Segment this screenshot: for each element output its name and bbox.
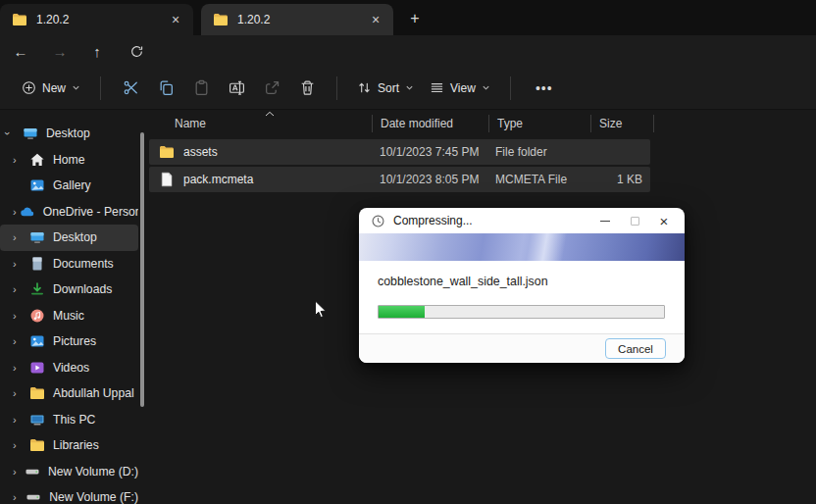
gallery-icon — [29, 177, 45, 193]
sidebar-item-user-folder[interactable]: › Abdullah Uppal — [0, 380, 138, 407]
chevron-right-icon[interactable]: › — [13, 414, 26, 426]
new-button-label: New — [42, 81, 66, 95]
sidebar-item-label: Libraries — [53, 438, 99, 452]
file-size: 1 KB — [588, 173, 650, 186]
drive-icon — [26, 489, 41, 504]
sidebar-item-label: This PC — [53, 413, 95, 427]
delete-button[interactable] — [289, 73, 325, 104]
mouse-cursor — [314, 300, 328, 320]
progress-bar — [378, 305, 665, 319]
close-button[interactable]: × — [649, 210, 679, 231]
forward-button[interactable]: → — [47, 39, 73, 63]
column-header-date-modified[interactable]: Date modified — [373, 117, 488, 130]
more-options-icon[interactable]: ••• — [529, 73, 560, 104]
view-button[interactable]: View — [422, 75, 498, 101]
sidebar-item-onedrive[interactable]: › OneDrive - Personal — [0, 199, 138, 226]
sidebar-scrollbar[interactable] — [140, 132, 144, 407]
sidebar-item-desktop-root[interactable]: › Desktop — [0, 121, 138, 147]
paste-icon — [193, 79, 210, 96]
up-button[interactable]: ↑ — [84, 39, 110, 63]
chevron-right-icon[interactable]: › — [13, 466, 22, 478]
compressing-dialog: Compressing... × cobblestone_wall_side_t… — [359, 208, 685, 363]
chevron-down-icon — [72, 83, 80, 92]
sidebar-item-documents[interactable]: › Documents — [0, 251, 138, 277]
close-icon[interactable]: × — [164, 9, 187, 30]
sidebar-item-new-volume-d[interactable]: › New Volume (D:) — [0, 459, 138, 485]
sidebar-item-pictures[interactable]: › Pictures — [0, 328, 138, 355]
share-button[interactable] — [254, 73, 289, 104]
column-header-type[interactable]: Type — [489, 117, 590, 130]
maximize-button[interactable] — [620, 210, 649, 231]
tab-1-20-2-inactive[interactable]: 1.20.2 × — [0, 4, 193, 35]
compressing-filename: cobblestone_wall_side_tall.json — [378, 275, 548, 288]
pc-icon — [29, 412, 45, 428]
sidebar-item-gallery[interactable]: Gallery — [0, 173, 138, 199]
file-explorer-window: { "tabs": [ { "label": "1.20.2", "icon":… — [0, 0, 816, 504]
copy-icon — [158, 79, 175, 96]
chevron-down-icon — [482, 83, 490, 92]
file-row-assets[interactable]: assets 10/1/2023 7:45 PM File folder — [149, 139, 650, 165]
minimize-icon — [600, 221, 610, 222]
chevron-right-icon[interactable]: › — [13, 439, 26, 451]
sidebar-item-desktop[interactable]: › Desktop — [0, 225, 138, 251]
rename-button[interactable] — [219, 73, 254, 104]
dialog-banner — [359, 233, 685, 261]
file-type: File folder — [487, 145, 588, 159]
tab-1-20-2-active[interactable]: 1.20.2 × — [201, 4, 393, 35]
chevron-right-icon[interactable]: › — [13, 206, 17, 218]
cancel-button[interactable]: Cancel — [605, 338, 666, 359]
column-divider[interactable] — [653, 115, 654, 132]
column-header-size[interactable]: Size — [591, 117, 653, 130]
file-row-pack-mcmeta[interactable]: pack.mcmeta 10/1/2023 8:05 PM MCMETA Fil… — [149, 167, 650, 192]
sidebar-item-new-volume-f[interactable]: › New Volume (F:) — [0, 484, 138, 504]
sidebar-item-libraries[interactable]: › Libraries — [0, 432, 138, 459]
command-toolbar: New Sort View ••• — [0, 67, 816, 110]
close-icon: × — [660, 214, 669, 228]
cut-icon — [123, 79, 139, 96]
chevron-down-icon — [405, 83, 414, 92]
view-button-label: View — [450, 81, 476, 95]
tab-label: 1.20.2 — [36, 13, 164, 26]
sort-button[interactable]: Sort — [349, 75, 422, 101]
sidebar-item-this-pc[interactable]: › This PC — [0, 407, 138, 433]
sidebar-item-videos[interactable]: › Videos — [0, 355, 138, 381]
dialog-title-bar[interactable]: Compressing... × — [359, 208, 685, 233]
tab-strip: 1.20.2 × 1.20.2 × + — [0, 0, 816, 35]
close-icon[interactable]: × — [364, 9, 387, 30]
sidebar-item-label: OneDrive - Personal — [43, 205, 138, 219]
new-button[interactable]: New — [14, 75, 88, 101]
sidebar-item-label: New Volume (D:) — [48, 465, 138, 479]
toolbar-divider — [100, 76, 101, 100]
dialog-body: cobblestone_wall_side_tall.json — [359, 261, 685, 333]
chevron-right-icon[interactable]: › — [13, 362, 26, 374]
navigation-bar: ← → ↑ › Desktop › 1.20.2 › Search 1.2 — [0, 35, 816, 67]
folder-icon — [213, 12, 229, 27]
sort-button-label: Sort — [378, 81, 399, 95]
chevron-right-icon[interactable]: › — [13, 491, 23, 503]
chevron-right-icon[interactable]: › — [13, 154, 26, 166]
chevron-right-icon[interactable]: › — [13, 310, 26, 322]
column-header-name[interactable]: Name — [149, 117, 372, 130]
minimize-button[interactable] — [590, 210, 620, 231]
sidebar-item-home[interactable]: › Home — [0, 147, 138, 174]
music-icon — [29, 308, 45, 324]
new-tab-button[interactable]: + — [401, 7, 429, 30]
sort-icon — [357, 80, 372, 95]
sidebar-item-music[interactable]: › Music — [0, 303, 138, 329]
chevron-right-icon[interactable]: › — [13, 231, 26, 243]
file-icon — [159, 172, 175, 187]
back-button[interactable]: ← — [8, 39, 33, 63]
plus-icon — [22, 80, 36, 95]
document-icon — [29, 256, 45, 272]
chevron-right-icon[interactable]: › — [13, 283, 26, 295]
cut-button[interactable] — [113, 73, 148, 104]
download-icon — [29, 281, 45, 297]
chevron-right-icon[interactable]: › — [13, 387, 26, 399]
chevron-down-icon[interactable]: › — [6, 127, 20, 139]
chevron-right-icon[interactable]: › — [13, 258, 26, 270]
refresh-icon[interactable] — [124, 39, 149, 63]
chevron-right-icon[interactable]: › — [13, 335, 26, 347]
copy-button[interactable] — [148, 73, 183, 104]
paste-button[interactable] — [183, 73, 219, 104]
sidebar-item-downloads[interactable]: › Downloads — [0, 277, 138, 303]
